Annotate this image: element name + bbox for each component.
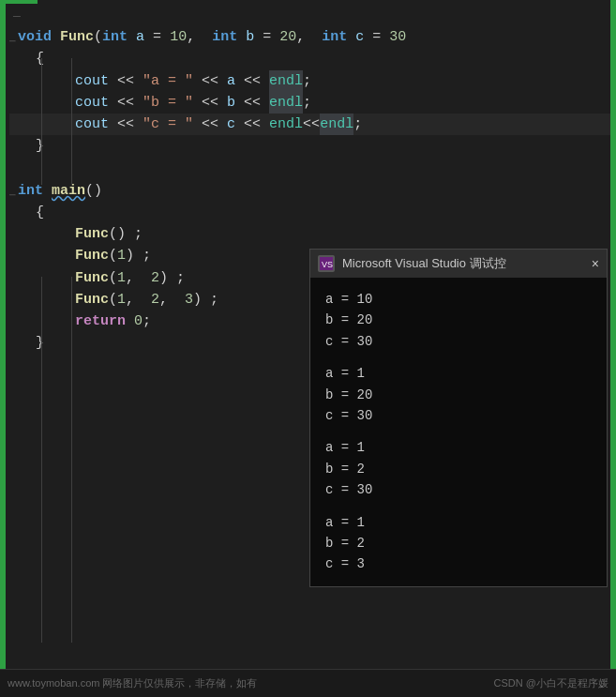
- line-partial-top: —: [9, 8, 610, 26]
- console-body: a = 10 b = 20 c = 30 a = 1 b = 20 c = 30…: [310, 278, 607, 586]
- line-cout-a: cout << "a = " << a << endl ;: [9, 70, 610, 92]
- right-border: [610, 0, 616, 697]
- param-c-val: 30: [389, 26, 406, 48]
- console-close-button[interactable]: ×: [592, 256, 599, 271]
- output-line: c = 30: [325, 405, 592, 426]
- output-line: a = 10: [325, 289, 592, 310]
- code-editor: — ⎯ void Func ( int a = 10 , int b = 20 …: [0, 0, 616, 697]
- console-titlebar: VS Microsoft Visual Studio 调试控 ×: [310, 250, 607, 278]
- output-line: b = 2: [325, 533, 592, 553]
- watermark-bar: www.toymoban.com 网络图片仅供展示，非存储，如有 CSDN @小…: [0, 669, 616, 697]
- line-func-call-1: Func () ;: [9, 223, 610, 245]
- line-cout-b: cout << "b = " << b << endl ;: [9, 92, 610, 114]
- console-title: Microsoft Visual Studio 调试控: [342, 255, 584, 272]
- output-line: a = 1: [325, 512, 592, 533]
- line-func-decl: ⎯ void Func ( int a = 10 , int b = 20 , …: [9, 26, 610, 48]
- indent-guide-main-inner: [71, 277, 72, 643]
- output-line: c = 30: [325, 479, 592, 500]
- param-type-c: int: [322, 26, 347, 48]
- watermark-left-text: www.toymoban.com 网络图片仅供展示，非存储，如有: [8, 676, 257, 690]
- param-b: b: [246, 26, 254, 48]
- watermark-right-text: CSDN @小白不是程序媛: [494, 676, 608, 690]
- indent-guide-main: [41, 277, 42, 643]
- keyword-int-main: int: [18, 180, 43, 202]
- indent-guide-func: [41, 58, 42, 185]
- line-close-brace-func: }: [9, 135, 610, 157]
- line-open-brace-func: {: [9, 48, 610, 69]
- param-a: a: [136, 26, 144, 48]
- output-line: a = 1: [325, 437, 592, 458]
- keyword-void: void: [18, 26, 52, 48]
- indent-guide-func-inner: [71, 58, 72, 185]
- line-main-decl: ⎯ int main (): [9, 180, 610, 202]
- param-c: c: [355, 26, 364, 48]
- param-b-val: 20: [279, 26, 296, 48]
- console-app-icon: VS: [318, 255, 335, 272]
- blank-line-1: [9, 158, 610, 180]
- vs-icon: VS: [320, 257, 333, 270]
- output-group-2: a = 1 b = 20 c = 30: [325, 363, 592, 426]
- output-line: b = 20: [325, 385, 592, 405]
- collapse-main[interactable]: ⎯: [9, 183, 16, 199]
- output-line: b = 20: [325, 310, 592, 330]
- line-cout-c: cout << "c = " << c << endl << endl ;: [9, 114, 610, 135]
- output-line: c = 3: [325, 553, 592, 574]
- line-open-brace-main: {: [9, 202, 610, 223]
- func-name-func: Func: [60, 26, 94, 48]
- param-a-val: 10: [170, 26, 187, 48]
- output-line: c = 30: [325, 331, 592, 352]
- output-line: a = 1: [325, 363, 592, 384]
- output-group-1: a = 10 b = 20 c = 30: [325, 289, 592, 352]
- param-type-b: int: [212, 26, 237, 48]
- output-group-3: a = 1 b = 2 c = 30: [325, 437, 592, 500]
- func-name-main: main: [52, 180, 85, 202]
- param-type-a: int: [102, 26, 128, 48]
- output-group-4: a = 1 b = 2 c = 3: [325, 512, 592, 575]
- svg-text:VS: VS: [322, 260, 333, 269]
- console-window: VS Microsoft Visual Studio 调试控 × a = 10 …: [309, 249, 608, 587]
- output-line: b = 2: [325, 459, 592, 479]
- collapse-func[interactable]: ⎯: [9, 29, 16, 45]
